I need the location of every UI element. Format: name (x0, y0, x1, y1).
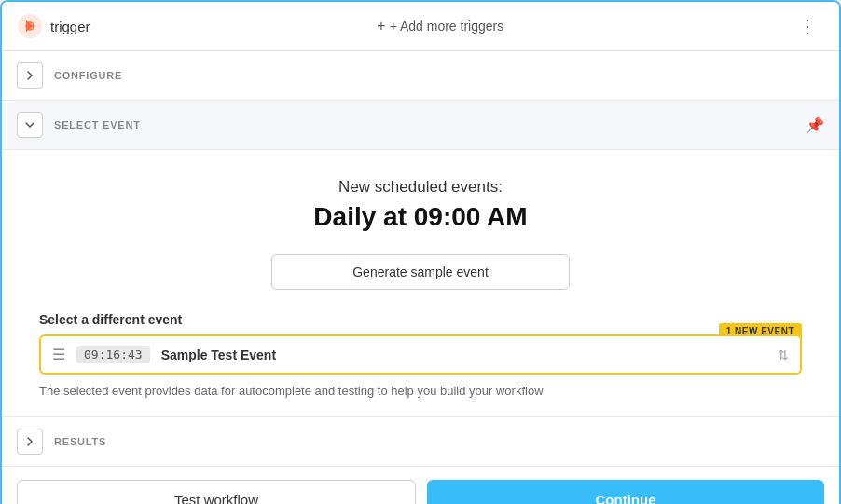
chevron-right-icon-results (24, 436, 35, 447)
logo-area: trigger (17, 13, 90, 39)
footer: Test workflow Continue (2, 466, 839, 504)
list-icon: ☰ (52, 346, 65, 363)
continue-button[interactable]: Continue (427, 480, 824, 504)
main-window: trigger + + Add more triggers ⋮ CONFIGUR… (0, 0, 841, 504)
event-description: The selected event provides data for aut… (39, 384, 802, 398)
main-content: New scheduled events: Daily at 09:00 AM … (2, 150, 839, 416)
header: trigger + + Add more triggers ⋮ (2, 2, 839, 51)
test-workflow-button[interactable]: Test workflow (17, 480, 416, 504)
schedule-time: Daily at 09:00 AM (313, 202, 527, 232)
configure-expand-button[interactable] (17, 62, 43, 89)
generate-sample-event-button[interactable]: Generate sample event (271, 254, 570, 290)
chevron-down-icon (24, 119, 35, 130)
event-name: Sample Test Event (161, 347, 778, 362)
select-event-area: Select a different event 1 NEW EVENT ☰ 0… (39, 312, 802, 398)
results-expand-button[interactable] (17, 429, 43, 455)
select-different-event-label: Select a different event (39, 312, 802, 327)
select-arrows-icon: ⇅ (778, 347, 789, 362)
results-section: RESULTS (2, 416, 839, 466)
configure-section: CONFIGURE (2, 51, 839, 101)
pin-icon: 📌 (806, 116, 824, 134)
app-title: trigger (50, 19, 90, 34)
results-label: RESULTS (54, 436, 106, 447)
header-center: + + Add more triggers (90, 18, 791, 34)
event-select-box[interactable]: ☰ 09:16:43 Sample Test Event ⇅ (39, 334, 802, 375)
event-time: 09:16:43 (76, 346, 150, 363)
chevron-right-icon (24, 70, 35, 81)
event-select-wrapper: 1 NEW EVENT ☰ 09:16:43 Sample Test Event… (39, 334, 802, 375)
trigger-logo-icon (17, 13, 43, 39)
select-event-expand-button[interactable] (17, 112, 43, 138)
scheduled-events-label: New scheduled events: (338, 178, 503, 197)
configure-label: CONFIGURE (54, 70, 122, 81)
more-options-button[interactable]: ⋮ (791, 11, 824, 41)
add-more-triggers-button[interactable]: + + Add more triggers (377, 18, 503, 34)
select-event-label: SELECT EVENT (54, 119, 141, 130)
select-event-section-row: SELECT EVENT 📌 (2, 101, 839, 150)
